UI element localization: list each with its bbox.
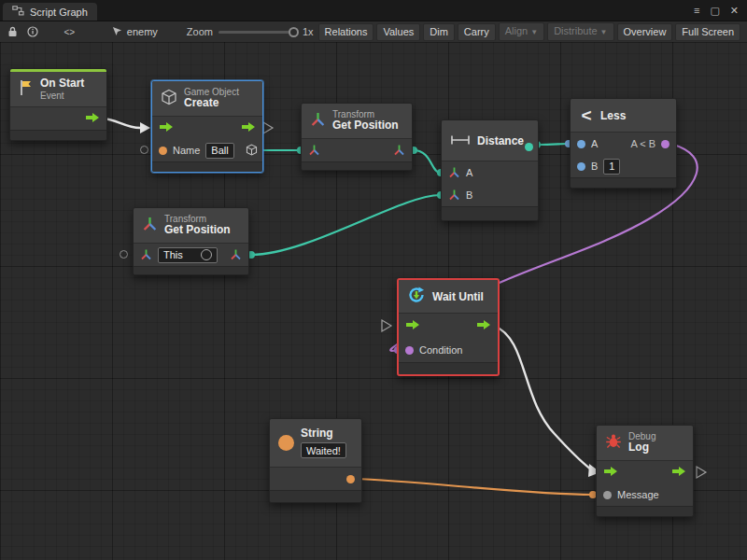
flow-out-port[interactable] — [85, 112, 100, 125]
wire-getposition-to-distance-a[interactable] — [414, 150, 440, 173]
flow-in-port[interactable] — [159, 121, 174, 134]
node-title: Get Position — [332, 119, 399, 133]
graph-canvas[interactable]: On Start Event Game Object Create — [0, 42, 747, 560]
chevron-down-icon: ▼ — [530, 28, 538, 36]
info-icon[interactable] — [25, 24, 41, 40]
node-get-position-left[interactable]: Transform Get Position This — [133, 207, 249, 275]
flow-in-port[interactable] — [603, 466, 618, 479]
carry-button[interactable]: Carry — [458, 23, 496, 41]
node-footer — [442, 206, 538, 220]
transform-in-port[interactable] — [140, 248, 152, 262]
message-port[interactable] — [603, 491, 612, 499]
object-picker-icon[interactable] — [201, 249, 212, 260]
port-row: B 1 — [571, 155, 676, 177]
node-wait-until[interactable]: Wait Until Condition — [397, 278, 500, 376]
transform-a-port[interactable] — [448, 166, 460, 180]
flow-in-port[interactable] — [405, 319, 420, 332]
port-row — [302, 139, 412, 161]
name-input-port[interactable] — [159, 147, 167, 155]
distance-result-out-port[interactable] — [525, 143, 533, 151]
target-field[interactable]: This — [158, 247, 218, 263]
node-subtitle: Event — [40, 91, 84, 102]
window-maximize-icon[interactable]: ▢ — [710, 5, 719, 17]
node-header: < Less — [571, 99, 676, 133]
node-title: Less — [600, 109, 626, 122]
string-value-field[interactable]: Waited! — [301, 442, 346, 458]
align-dropdown[interactable]: Align▼ — [499, 22, 544, 41]
game-object-out-port[interactable] — [246, 144, 258, 158]
position-out-port[interactable] — [230, 248, 242, 262]
port-row — [270, 468, 361, 490]
node-footer — [571, 177, 676, 188]
wire-distance-to-less[interactable] — [537, 144, 568, 145]
node-header: Game Object Create — [152, 81, 262, 117]
wire-string-to-debuglog[interactable] — [353, 479, 593, 495]
node-header: Wait Until — [399, 280, 498, 314]
code-view-icon[interactable]: <> — [62, 24, 78, 40]
string-out-port[interactable] — [346, 475, 355, 483]
zoom-control: Zoom 1x — [187, 26, 314, 37]
port-row: Message — [597, 483, 693, 506]
transform-b-port[interactable] — [448, 189, 460, 203]
wire-waituntil-to-debuglog[interactable] — [494, 326, 591, 469]
node-footer — [302, 161, 412, 170]
window-close-icon[interactable]: ✕ — [730, 5, 739, 17]
overview-button[interactable]: Overview — [617, 23, 673, 41]
zoom-slider[interactable] — [218, 31, 297, 34]
node-title: Log — [628, 441, 655, 455]
node-footer — [270, 490, 361, 502]
port-row: Condition — [399, 338, 498, 362]
node-get-position-top[interactable]: Transform Get Position — [301, 103, 413, 171]
lock-icon[interactable] — [5, 24, 21, 40]
node-footer — [152, 161, 262, 172]
tab-script-graph[interactable]: Script Graph — [3, 3, 97, 21]
less-b-port[interactable] — [577, 162, 585, 171]
node-string[interactable]: String Waited! — [269, 418, 362, 503]
node-footer — [597, 506, 693, 516]
name-value-field[interactable]: Ball — [205, 143, 233, 159]
condition-port[interactable] — [405, 346, 414, 355]
flow-out-port[interactable] — [241, 121, 256, 134]
node-debug-log[interactable]: Debug Log Message — [596, 425, 694, 517]
window-menu-icon[interactable]: ≡ — [694, 5, 699, 16]
node-header: String Waited! — [270, 419, 361, 468]
wire-onstart-to-create[interactable] — [102, 119, 140, 128]
port-row: B — [442, 184, 538, 206]
window-controls: ≡ ▢ ✕ — [685, 0, 747, 21]
node-create-game-object[interactable]: Game Object Create Name Ball — [151, 80, 263, 173]
less-result-out-port[interactable] — [661, 140, 669, 148]
graph-name[interactable]: enemy — [112, 26, 158, 38]
flow-out-port[interactable] — [671, 466, 686, 479]
unconnected-port-indicator — [120, 250, 128, 259]
node-distance[interactable]: Distance A B — [441, 119, 539, 221]
b-value-field[interactable]: 1 — [603, 159, 620, 175]
graph-name-label: enemy — [127, 26, 158, 37]
node-on-start-event[interactable]: On Start Event — [9, 68, 107, 141]
transform-in-port[interactable] — [308, 144, 320, 158]
position-out-port[interactable] — [393, 144, 405, 158]
wire-arrowhead — [140, 122, 150, 133]
node-header: Transform Get Position — [134, 208, 248, 244]
node-footer — [10, 130, 106, 140]
node-footer — [134, 266, 248, 274]
flow-stub-triangle — [382, 320, 391, 331]
less-a-port[interactable] — [577, 140, 585, 148]
dim-button[interactable]: Dim — [423, 23, 455, 41]
tab-label: Script Graph — [30, 7, 88, 18]
zoom-label: Zoom — [187, 26, 213, 37]
node-title: Wait Until — [432, 290, 484, 303]
distribute-dropdown[interactable]: Distribute▼ — [547, 22, 613, 41]
node-less[interactable]: < Less A A < B B 1 — [570, 98, 677, 189]
zoom-slider-handle[interactable] — [289, 27, 299, 37]
wire-getposition-to-distance-b[interactable] — [251, 195, 440, 255]
flow-out-port[interactable] — [476, 319, 491, 332]
port-label: Name — [173, 145, 200, 156]
transform-icon — [142, 216, 158, 235]
node-title: Get Position — [164, 224, 231, 237]
values-button[interactable]: Values — [376, 23, 420, 41]
port-row — [152, 117, 262, 139]
bug-icon — [605, 433, 622, 453]
full-screen-button[interactable]: Full Screen — [675, 23, 740, 41]
port-row: Name Ball — [152, 139, 262, 161]
relations-button[interactable]: Relations — [318, 23, 374, 41]
